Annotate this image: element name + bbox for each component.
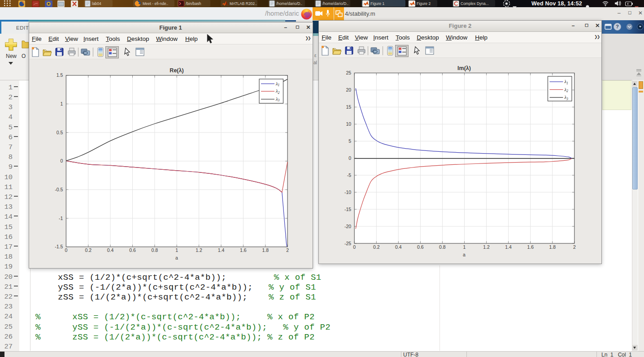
svg-text:?: ? [616,24,619,29]
